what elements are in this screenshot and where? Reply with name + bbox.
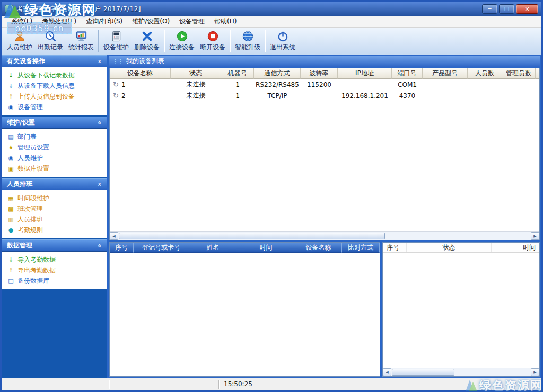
device-h-scrollbar[interactable]: ◀ ▶ [110, 231, 539, 240]
disconnect-stop-icon [207, 30, 219, 42]
grid-icon: ▦ [7, 195, 14, 201]
sidebar-item-label: 导出考勤数据 [17, 266, 56, 275]
status-h-scrollbar[interactable]: ◀ ▶ [383, 368, 539, 376]
sidebar-item-import-data[interactable]: ↓导入考勤数据 [2, 254, 107, 265]
scroll-thumb[interactable] [392, 369, 454, 376]
sidebar-item-shift-management[interactable]: ▩班次管理 [2, 203, 107, 214]
sidebar-item-personnel-shift[interactable]: ▥人员排班 [2, 214, 107, 225]
section-title: 有关设备操作 [7, 57, 45, 66]
sidebar-section-device-operations[interactable]: 有关设备操作 « [2, 55, 107, 67]
column-header-admin-count[interactable]: 管理员数 [502, 68, 536, 79]
sidebar-item-admin-settings[interactable]: ★管理员设置 [2, 142, 107, 153]
collapse-icon[interactable]: « [96, 244, 103, 248]
device-row-2[interactable]: ↻2 未连接 1 TCP/IP 192.168.1.201 4370 [110, 90, 539, 101]
sidebar-item-department-table[interactable]: ▤部门表 [2, 131, 107, 142]
sidebar-panel: ↓导入考勤数据 ↑导出考勤数据 □备份数据库 [2, 252, 107, 290]
column-header-baud-rate[interactable]: 波特率 [301, 68, 338, 79]
scroll-right-icon: ▶ [533, 234, 536, 238]
attendance-record-button[interactable]: 出勤记录 [35, 29, 66, 54]
sidebar-panel: ▤部门表 ★管理员设置 ◉人员维护 ▣数据库设置 [2, 129, 107, 178]
smart-upgrade-button[interactable]: 智能升级 [232, 29, 263, 54]
menu-attendance-processing[interactable]: 考勤处理(E) [37, 16, 81, 27]
column-header-seq[interactable]: 序号 [110, 243, 134, 253]
column-header-reg-or-card-no[interactable]: 登记号或卡号 [134, 243, 189, 253]
column-header-status[interactable]: 状态 [171, 68, 221, 79]
minimize-button[interactable]: ─ [482, 4, 497, 14]
export-icon: ↑ [7, 268, 14, 273]
device-ip [338, 79, 392, 90]
sidebar-item-attendance-rules[interactable]: ●考勤规则 [2, 225, 107, 235]
collapse-icon[interactable]: « [96, 59, 103, 64]
column-header-time[interactable]: 时间 [492, 243, 539, 252]
sidebar-item-label: 人员排班 [17, 215, 43, 224]
sidebar-item-device-management[interactable]: ◉设备管理 [2, 102, 107, 112]
column-header-name[interactable]: 姓名 [189, 243, 237, 253]
sidebar-item-label: 从设备下载记录数据 [17, 71, 75, 80]
toolbar-label: 连接设备 [169, 43, 195, 52]
column-header-people-count[interactable]: 人员数 [468, 68, 502, 79]
app-window: ◄ 考勤管理程序 [临时超级用户 2017/7/12] ─ □ × 系统(F) … [0, 0, 543, 392]
sidebar-section-maintain-settings[interactable]: 维护/设置 « [2, 117, 107, 129]
connect-device-button[interactable]: 连接设备 [167, 29, 197, 54]
menu-system[interactable]: 系统(F) [6, 16, 37, 27]
section-title: 维护/设置 [7, 118, 34, 127]
menu-query-print[interactable]: 查询/打印(S) [81, 16, 127, 27]
toolbar-label: 设备维护 [103, 43, 129, 52]
maximize-button[interactable]: □ [499, 4, 514, 14]
database-icon: ▣ [7, 166, 14, 172]
sync-icon: ↻ [113, 81, 119, 88]
sidebar-item-database-settings[interactable]: ▣数据库设置 [2, 163, 107, 174]
personnel-maintenance-button[interactable]: 人员维护 [4, 29, 35, 54]
sidebar-section-personnel-scheduling[interactable]: 人员排班 « [2, 178, 107, 190]
scroll-right-button[interactable]: ▶ [531, 232, 539, 240]
menu-maintain-settings[interactable]: 维护/设置(O) [127, 16, 174, 27]
device-admin-count [502, 90, 536, 101]
scroll-left-button[interactable]: ◀ [383, 368, 391, 376]
sidebar-item-time-period[interactable]: ▦时间段维护 [2, 193, 107, 203]
clock-magnifier-icon [45, 30, 57, 42]
window-controls: ─ □ × [482, 4, 538, 14]
sidebar-item-export-data[interactable]: ↑导出考勤数据 [2, 265, 107, 275]
titlebar: ◄ 考勤管理程序 [临时超级用户 2017/7/12] ─ □ × [2, 2, 541, 16]
collapse-icon[interactable]: « [96, 182, 103, 186]
column-header-status[interactable]: 状态 [407, 243, 492, 252]
column-header-time[interactable]: 时间 [237, 243, 295, 253]
grid-icon: ▥ [7, 217, 14, 222]
column-header-seq[interactable]: 序号 [383, 243, 407, 252]
column-header-machine-no[interactable]: 机器号 [221, 68, 254, 79]
column-header-device-name[interactable]: 设备名称 [295, 243, 342, 253]
scroll-right-button[interactable]: ▶ [531, 368, 539, 376]
column-header-verify-mode[interactable]: 比对方式 [342, 243, 380, 253]
device-maintenance-button[interactable]: 设备维护 [101, 29, 132, 54]
sidebar-item-label: 人员维护 [17, 154, 43, 163]
sidebar-item-download-personnel[interactable]: ↓从设备下载人员信息 [2, 81, 107, 91]
menu-device-management[interactable]: 设备管理 [174, 16, 209, 27]
collapse-icon[interactable]: « [96, 121, 103, 125]
sidebar-section-data-management[interactable]: 数据管理 « [2, 239, 107, 252]
delete-device-button[interactable]: 删除设备 [132, 29, 162, 54]
scroll-left-icon: ◀ [386, 370, 388, 375]
disconnect-device-button[interactable]: 断开设备 [197, 29, 228, 54]
status-table-body[interactable] [383, 253, 539, 368]
sidebar-item-personnel-maintenance[interactable]: ◉人员维护 [2, 153, 107, 163]
table-icon: ▤ [7, 134, 14, 140]
sidebar-item-download-records[interactable]: ↓从设备下载记录数据 [2, 70, 107, 81]
column-header-port[interactable]: 端口号 [392, 68, 423, 79]
record-list-panel: 序号 登记号或卡号 姓名 时间 设备名称 比对方式 [109, 242, 380, 377]
sidebar-item-label: 导入考勤数据 [17, 255, 56, 264]
column-header-ip-address[interactable]: IP地址 [338, 68, 392, 79]
device-baud-rate: 115200 [301, 79, 338, 90]
scroll-thumb[interactable] [119, 233, 385, 239]
statistics-report-button[interactable]: 统计报表 [66, 29, 97, 54]
scroll-left-button[interactable]: ◀ [110, 232, 118, 240]
device-row-1[interactable]: ↻1 未连接 1 RS232/RS485 115200 COM1 [110, 79, 539, 90]
sidebar-item-backup-database[interactable]: □备份数据库 [2, 275, 107, 286]
close-button[interactable]: × [516, 4, 538, 14]
record-table-body[interactable] [110, 253, 380, 376]
column-header-device-name[interactable]: 设备名称 [110, 68, 171, 79]
exit-system-button[interactable]: 退出系统 [267, 29, 298, 54]
sidebar-item-upload-personnel[interactable]: ↑上传人员信息到设备 [2, 91, 107, 102]
column-header-comm-mode[interactable]: 通信方式 [254, 68, 301, 79]
menu-help[interactable]: 帮助(H) [209, 16, 241, 27]
column-header-product-model[interactable]: 产品型号 [423, 68, 468, 79]
